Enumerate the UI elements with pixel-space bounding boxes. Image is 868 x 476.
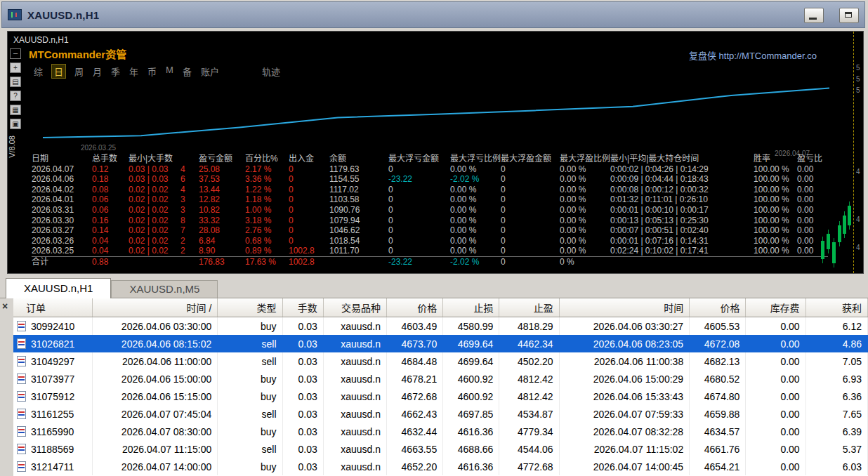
stats-cell: 0.00 % [560, 216, 610, 226]
stats-cell: 1.00 % [245, 205, 289, 216]
chart-box-icon[interactable]: ▤ [10, 77, 21, 87]
stats-cell: 0 [289, 225, 329, 236]
stats-cell: 2026.03.31 [32, 205, 92, 216]
stats-header-cell [180, 154, 199, 164]
order-cell-price: 4652.20 [386, 458, 442, 475]
order-row[interactable]: 309924102026.04.06 03:30:00buy0.03xauusd… [13, 317, 868, 336]
stats-header-row: 日期总手数最小|大手数盈亏金额百分比%出入金余额最大浮亏金额最大浮亏比例最大浮盈… [32, 154, 828, 164]
order-cell-profit: 7.05 [805, 352, 867, 370]
order-cell-order: 31026821 [13, 335, 92, 352]
help-icon[interactable]: ? [10, 91, 21, 101]
order-cell-close_price: 4680.52 [690, 370, 746, 388]
order-cell-type: sell [218, 335, 282, 352]
order-row[interactable]: 312147112026.04.07 14:00:00buy0.03xauusd… [13, 458, 868, 475]
order-cell-price: 4663.55 [386, 440, 442, 458]
stats-cell: 0 [289, 164, 329, 175]
order-row[interactable]: 310759122026.04.06 15:15:00buy0.03xauusd… [13, 388, 868, 405]
square-icon[interactable]: ▣ [10, 119, 21, 129]
order-cell-swap: 0.00 [746, 458, 805, 475]
stats-cell: 0.00 % [450, 185, 501, 195]
order-cell-symbol: xauusd.n [323, 440, 386, 458]
order-row[interactable]: 310739772026.04.06 15:00:00buy0.03xauusd… [13, 370, 868, 388]
orders-table: 订单时间 /类型手数交易品种价格止损止盈时间价格库存费获利30992410202… [13, 298, 868, 475]
stats-cell: 0.02 | 0.02 [129, 225, 180, 236]
order-cell-close_time: 2026.04.06 03:30:27 [559, 317, 690, 336]
close-panel-button[interactable]: × [2, 301, 8, 311]
chart-date-left: 2026.03.25 [81, 144, 116, 152]
stats-header-cell: 最小|大手数 [129, 154, 180, 164]
order-cell-lots: 0.03 [282, 458, 323, 475]
orders-header-cell[interactable]: 获利 [805, 298, 867, 317]
move-icon[interactable]: + [10, 62, 21, 73]
stats-cell: 100.00 % [754, 185, 797, 195]
orders-header-cell[interactable]: 价格 [386, 298, 442, 317]
order-cell-order: 31165990 [13, 423, 92, 440]
order-cell-symbol: xauusd.n [323, 317, 386, 336]
order-cell-profit: 6.39 [805, 423, 867, 440]
order-document-icon [17, 391, 26, 402]
order-cell-type: sell [218, 405, 282, 423]
order-row[interactable]: 311885692026.04.07 11:15:00sell0.03xauus… [13, 440, 868, 458]
stats-cell: 2026.03.27 [32, 225, 92, 236]
stats-cell: 0.00 % [560, 236, 610, 246]
orders-header-cell[interactable]: 订单 [13, 298, 92, 317]
panel-collapse-button[interactable]: – [10, 48, 21, 59]
order-row[interactable]: 311659902026.04.07 08:30:00buy0.03xauusd… [13, 423, 868, 440]
orders-header-cell[interactable]: 手数 [282, 298, 323, 317]
order-cell-sl: 4699.64 [443, 352, 499, 370]
orders-header-cell[interactable]: 止损 [443, 298, 499, 317]
equity-chart [32, 77, 838, 145]
stats-cell: 0:02:24 | 0:10:02 | 0:17:41 [610, 246, 754, 256]
orders-header-cell[interactable]: 止盈 [499, 298, 559, 317]
stats-cell: 100.00 % [754, 194, 797, 205]
grid-icon[interactable]: ▦ [10, 105, 21, 115]
order-cell-price: 4632.44 [386, 423, 442, 440]
order-cell-type: buy [218, 388, 282, 405]
stats-row: 2026.04.020.080.02 | 0.02413.441.22 %011… [32, 185, 828, 195]
orders-header-cell[interactable]: 时间 / [92, 298, 218, 317]
stats-cell: 0.88 [92, 256, 129, 267]
stats-cell: 0 [289, 185, 329, 195]
stats-cell: 0.00 % [560, 246, 610, 256]
stats-cell: 0 [501, 205, 560, 216]
chart-window: XAUUSD.n,H1 – +▤?▦▣ V/8.08 MTCommander资管… [7, 31, 864, 274]
orders-header-cell[interactable]: 库存费 [746, 298, 805, 317]
order-cell-close_price: 4605.53 [690, 317, 746, 336]
order-cell-price: 4684.48 [386, 352, 442, 370]
order-cell-close_time: 2026.04.07 08:32:28 [559, 423, 690, 440]
order-cell-symbol: xauusd.n [323, 335, 386, 352]
order-cell-swap: 0.00 [746, 405, 805, 423]
stats-cell: 3.18 % [245, 216, 289, 226]
orders-header-cell[interactable]: 类型 [218, 298, 282, 317]
order-cell-order: 31161255 [13, 405, 92, 423]
orders-header-cell[interactable]: 价格 [690, 298, 746, 317]
stats-cell: 100.00 % [754, 205, 797, 216]
tab-xauusd-h1[interactable]: XAUUSD.n,H1 [6, 278, 111, 298]
maximize-button[interactable] [839, 8, 859, 23]
stats-cell: 0:00:09 | 0:04:44 | 0:18:43 [610, 174, 754, 185]
stats-cell: 28.08 [199, 225, 245, 236]
order-cell-open_time: 2026.04.06 11:00:00 [92, 352, 218, 370]
order-cell-profit: 5.37 [805, 440, 867, 458]
order-cell-lots: 0.03 [282, 423, 323, 440]
stats-cell: 0 [388, 236, 450, 246]
panel-link[interactable]: 复盘侠 http://MTCommander.co [689, 48, 817, 62]
order-cell-type: sell [218, 352, 282, 370]
stats-cell: 0 [501, 174, 560, 185]
order-cell-symbol: xauusd.n [323, 352, 386, 370]
order-row[interactable]: 310268212026.04.06 08:15:02sell0.03xauus… [13, 335, 868, 352]
stats-cell: 1011.70 [329, 246, 388, 256]
tab-xauusd-m5[interactable]: XAUUSD.n,M5 [111, 280, 218, 298]
stats-cell [180, 256, 199, 267]
order-row[interactable]: 310492972026.04.06 11:00:00sell0.03xauus… [13, 352, 868, 370]
order-cell-price: 4678.21 [386, 370, 442, 388]
orders-header-cell[interactable]: 交易品种 [323, 298, 386, 317]
stats-cell: 37.53 [199, 174, 245, 185]
order-cell-open_time: 2026.04.06 15:15:00 [92, 388, 218, 405]
order-row[interactable]: 311612552026.04.07 07:45:04sell0.03xauus… [13, 405, 868, 423]
orders-header-cell[interactable]: 时间 [559, 298, 690, 317]
minimize-button[interactable] [804, 8, 824, 23]
stats-cell: 0.00 % [450, 216, 501, 226]
order-cell-symbol: xauusd.n [323, 405, 386, 423]
order-cell-open_time: 2026.04.07 14:00:00 [92, 458, 218, 475]
